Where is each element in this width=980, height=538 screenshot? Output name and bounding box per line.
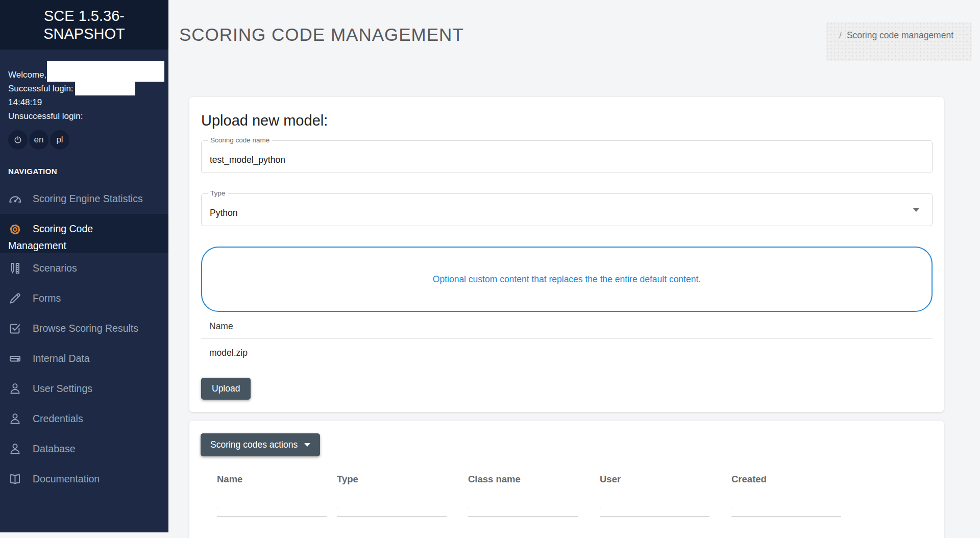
upload-card-heading: Upload new model: xyxy=(201,112,933,129)
column-name: Name xyxy=(217,474,337,517)
sidebar-item-label: Forms xyxy=(33,292,61,304)
column-class-name: Class name xyxy=(468,474,600,517)
scoring-code-name-value[interactable]: test_model_python xyxy=(210,155,285,165)
redacted-login-date xyxy=(75,82,135,95)
pencil-icon xyxy=(8,291,22,305)
column-header-name: Name xyxy=(217,474,337,485)
breadcrumb-current[interactable]: Scoring code management xyxy=(847,30,953,40)
sidebar-item-scoring-engine-statistics[interactable]: Scoring Engine Statistics xyxy=(0,184,168,214)
caret-down-icon xyxy=(304,443,310,447)
search-icon xyxy=(600,504,601,512)
breadcrumb-separator: / xyxy=(839,30,842,40)
scoring-codes-table-header-row: Name Type Class name xyxy=(201,474,933,517)
search-icon xyxy=(337,504,338,512)
pencil-ruler-icon xyxy=(8,261,22,275)
type-filter-field[interactable] xyxy=(337,500,447,517)
sidebar: SCE 1.5.36-SNAPSHOT Welcome, Successful … xyxy=(0,0,168,532)
file-table-header-name: Name xyxy=(201,321,933,339)
scoring-code-name-field[interactable]: Scoring code name test_model_python xyxy=(201,140,933,173)
page-title: SCORING CODE MANAGEMENT xyxy=(179,25,464,45)
class-name-filter-input[interactable] xyxy=(472,500,578,517)
file-dropzone[interactable]: Optional custom content that replaces th… xyxy=(201,247,933,312)
app-title: SCE 1.5.36-SNAPSHOT xyxy=(29,7,140,42)
search-icon xyxy=(731,504,732,512)
type-select-field[interactable]: Type Python xyxy=(201,193,933,226)
created-filter-input[interactable] xyxy=(736,500,841,517)
scoring-codes-card: Scoring codes actions Name Type Class na xyxy=(189,421,944,538)
navigation-list: Scoring Engine Statistics Scoring Code M… xyxy=(0,184,168,494)
power-icon xyxy=(13,135,22,144)
user-filter-input[interactable] xyxy=(604,500,709,517)
upload-model-card: Upload new model: Scoring code name test… xyxy=(189,97,944,412)
selected-files-table: Name model.zip xyxy=(201,321,933,367)
login-time: 14:48:19 xyxy=(8,95,160,109)
column-type: Type xyxy=(337,474,468,517)
quick-buttons: en pl xyxy=(8,130,160,150)
navigation-heading: NAVIGATION xyxy=(8,167,57,176)
scoring-code-name-label: Scoring code name xyxy=(208,136,272,144)
checkbox-icon xyxy=(8,322,22,335)
sidebar-item-label: User Settings xyxy=(33,383,92,395)
sidebar-item-scoring-code-management[interactable]: Scoring Code Management xyxy=(0,214,168,253)
search-icon xyxy=(468,504,469,512)
person-icon xyxy=(8,382,22,396)
created-filter-field[interactable] xyxy=(731,500,841,517)
column-header-user: User xyxy=(600,474,731,485)
type-selected-value: Python xyxy=(210,208,237,218)
book-icon xyxy=(8,472,22,486)
upload-button[interactable]: Upload xyxy=(201,378,251,400)
sidebar-item-browse-scoring-results[interactable]: Browse Scoring Results xyxy=(0,313,168,344)
sidebar-item-label: Documentation xyxy=(33,473,100,485)
sidebar-item-label: Database xyxy=(33,443,75,455)
sidebar-item-label: Scenarios xyxy=(33,262,77,274)
sidebar-item-label: Scoring Engine Statistics xyxy=(33,193,143,205)
sidebar-item-credentials[interactable]: Credentials xyxy=(0,404,168,434)
drive-icon xyxy=(8,352,22,365)
search-icon xyxy=(217,504,218,512)
chevron-down-icon[interactable] xyxy=(913,208,920,212)
scoring-codes-actions-button[interactable]: Scoring codes actions xyxy=(201,433,320,456)
sidebar-item-forms[interactable]: Forms xyxy=(0,283,168,313)
logout-button[interactable] xyxy=(8,130,28,150)
column-header-class-name: Class name xyxy=(468,474,600,485)
sidebar-item-label: Credentials xyxy=(33,413,83,425)
column-user: User xyxy=(600,474,731,517)
sidebar-item-label: Browse Scoring Results xyxy=(33,323,138,334)
breadcrumb: /Scoring code management xyxy=(826,22,972,61)
sidebar-item-internal-data[interactable]: Internal Data xyxy=(0,344,168,374)
main-content: SCORING CODE MANAGEMENT /Scoring code ma… xyxy=(168,0,980,538)
person-icon xyxy=(8,442,22,456)
gear-icon xyxy=(8,223,22,236)
name-filter-input[interactable] xyxy=(221,500,327,517)
class-name-filter-field[interactable] xyxy=(468,500,578,517)
person-icon xyxy=(8,412,22,426)
type-filter-input[interactable] xyxy=(341,500,447,517)
language-pl-button[interactable]: pl xyxy=(50,130,69,150)
redacted-username xyxy=(47,61,164,82)
actions-button-label: Scoring codes actions xyxy=(210,439,298,450)
speedometer-icon xyxy=(8,192,22,206)
sidebar-item-database[interactable]: Database xyxy=(0,434,168,464)
user-info-block: Welcome, Successful login: 14:48:19 Unsu… xyxy=(0,50,168,150)
column-header-type: Type xyxy=(337,474,468,485)
type-label: Type xyxy=(208,189,228,197)
language-en-button[interactable]: en xyxy=(29,130,48,150)
sidebar-item-documentation[interactable]: Documentation xyxy=(0,464,168,494)
dropzone-text: Optional custom content that replaces th… xyxy=(433,274,701,285)
sidebar-item-scenarios[interactable]: Scenarios xyxy=(0,253,168,283)
unsuccessful-login-label: Unsuccessful login: xyxy=(8,109,160,123)
user-filter-field[interactable] xyxy=(600,500,709,517)
name-filter-field[interactable] xyxy=(217,500,327,517)
app-header: SCE 1.5.36-SNAPSHOT xyxy=(0,0,168,50)
sidebar-item-label: Internal Data xyxy=(33,353,90,364)
column-header-created: Created xyxy=(731,474,854,485)
column-created: Created xyxy=(731,474,854,517)
file-table-row: model.zip xyxy=(201,339,933,367)
sidebar-item-user-settings[interactable]: User Settings xyxy=(0,374,168,404)
